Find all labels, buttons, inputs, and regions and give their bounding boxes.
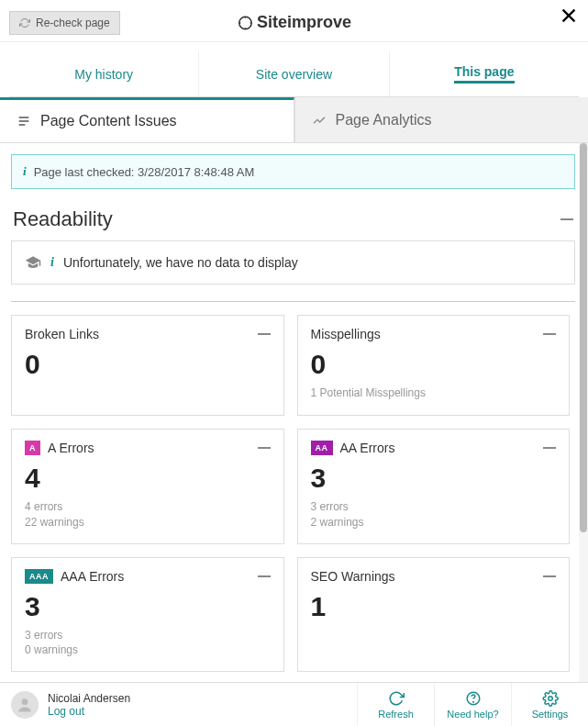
footer-refresh-button[interactable]: Refresh bbox=[357, 683, 434, 726]
collapse-icon bbox=[258, 575, 271, 577]
tab-site-overview[interactable]: Site overview bbox=[199, 51, 389, 96]
readability-title: Readability bbox=[13, 207, 113, 231]
card-aaa-errors[interactable]: AAAAAA Errors 3 3 errors 0 warnings bbox=[11, 557, 284, 673]
card-broken-links[interactable]: Broken Links 0 bbox=[11, 315, 284, 416]
collapse-icon bbox=[543, 575, 556, 577]
card-value: 0 bbox=[311, 349, 557, 380]
divider bbox=[11, 301, 575, 302]
card-sub: 4 errors 22 warnings bbox=[25, 499, 271, 531]
badge-aa: AA bbox=[311, 441, 333, 455]
tab-my-history[interactable]: My history bbox=[9, 51, 199, 96]
card-value: 0 bbox=[25, 349, 271, 380]
content-scroll[interactable]: i Page last checked: 3/28/2017 8:48:48 A… bbox=[0, 143, 588, 684]
scrollbar[interactable] bbox=[579, 143, 588, 684]
avatar bbox=[11, 691, 39, 719]
badge-aaa: AAA bbox=[25, 569, 53, 584]
card-value: 1 bbox=[311, 591, 557, 622]
card-seo-warnings[interactable]: SEO Warnings 1 bbox=[297, 557, 571, 673]
card-a-errors[interactable]: AA Errors 4 4 errors 22 warnings bbox=[11, 429, 284, 544]
collapse-icon bbox=[258, 447, 271, 449]
card-misspellings[interactable]: Misspellings 0 1 Potential Misspellings bbox=[297, 315, 571, 416]
section-tabs: Page Content Issues Page Analytics bbox=[0, 97, 588, 143]
refresh-icon bbox=[19, 17, 30, 28]
tab-this-page[interactable]: This page bbox=[390, 51, 579, 96]
list-icon bbox=[17, 114, 31, 128]
card-sub: 3 errors 2 warnings bbox=[311, 499, 557, 531]
gear-icon bbox=[542, 690, 559, 707]
close-button[interactable] bbox=[559, 6, 579, 26]
card-aa-errors[interactable]: AAAA Errors 3 3 errors 2 warnings bbox=[297, 429, 571, 544]
logout-link[interactable]: Log out bbox=[48, 705, 130, 718]
user-name: Nicolai Andersen bbox=[48, 692, 130, 705]
collapse-icon bbox=[543, 333, 556, 335]
info-icon: i bbox=[23, 164, 27, 179]
card-sub: 3 errors 0 warnings bbox=[25, 628, 271, 659]
last-checked-text: Page last checked: 3/28/2017 8:48:48 AM bbox=[34, 165, 255, 179]
refresh-icon bbox=[388, 690, 405, 707]
info-icon: i bbox=[50, 255, 54, 270]
help-icon bbox=[465, 690, 482, 707]
readability-empty: i Unfortunately, we have no data to disp… bbox=[11, 240, 575, 285]
brand-logo: Siteimprove bbox=[237, 13, 351, 32]
collapse-icon bbox=[258, 333, 271, 335]
card-sub: 1 Potential Misspellings bbox=[311, 385, 557, 401]
collapse-icon bbox=[543, 447, 556, 449]
svg-point-0 bbox=[239, 17, 251, 29]
scrollbar-thumb[interactable] bbox=[580, 143, 587, 532]
last-checked-info: i Page last checked: 3/28/2017 8:48:48 A… bbox=[11, 154, 575, 189]
readability-header[interactable]: Readability bbox=[11, 202, 575, 240]
card-value: 3 bbox=[311, 463, 557, 494]
nav-tabs: My history Site overview This page bbox=[9, 51, 579, 97]
analytics-icon bbox=[312, 113, 327, 128]
collapse-icon bbox=[560, 218, 573, 220]
card-value: 4 bbox=[25, 463, 271, 494]
tab-page-analytics[interactable]: Page Analytics bbox=[294, 97, 589, 142]
graduation-icon bbox=[25, 254, 41, 271]
badge-a: A bbox=[25, 441, 40, 455]
card-value: 3 bbox=[25, 591, 271, 622]
footer-settings-button[interactable]: Settings bbox=[511, 683, 588, 726]
recheck-label: Re-check page bbox=[36, 17, 110, 29]
svg-point-1 bbox=[22, 698, 28, 705]
recheck-button[interactable]: Re-check page bbox=[9, 11, 120, 35]
readability-empty-text: Unfortunately, we have no data to displa… bbox=[63, 255, 298, 270]
svg-point-4 bbox=[548, 696, 552, 700]
footer-help-button[interactable]: Need help? bbox=[434, 683, 511, 726]
svg-point-3 bbox=[472, 701, 473, 702]
tab-page-content-issues[interactable]: Page Content Issues bbox=[0, 97, 294, 142]
